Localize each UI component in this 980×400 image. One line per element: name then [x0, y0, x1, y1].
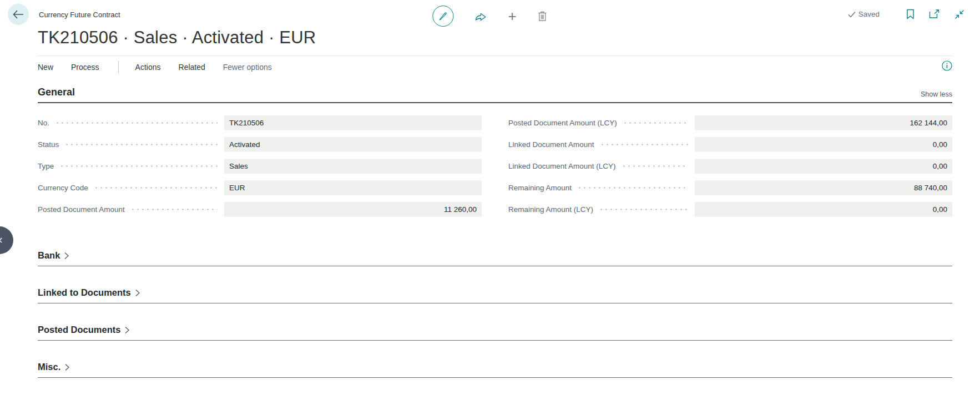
dotted-leader [623, 122, 688, 124]
action-bar: New Process Actions Related Fewer option… [38, 55, 952, 73]
general-header: General Show less [38, 87, 952, 103]
remaining-amount-lcy-field[interactable]: 0,00 [695, 202, 952, 217]
top-bar: Currency Future Contract + Saved [0, 0, 980, 27]
linked-document-amount-lcy-field[interactable]: 0,00 [695, 159, 952, 174]
share-button[interactable] [472, 8, 489, 24]
field-label: No. [38, 119, 49, 127]
right-column: Posted Document Amount (LCY) 162 144,00 … [508, 115, 952, 224]
collapsed-fasttabs: Bank Linked to Documents Posted Document… [38, 250, 952, 378]
fasttab-posted-documents[interactable]: Posted Documents [38, 325, 952, 341]
open-in-window-button[interactable] [927, 7, 942, 21]
dotted-leader [130, 209, 218, 210]
bookmark-icon [906, 9, 915, 19]
trash-icon [538, 11, 548, 22]
field-row-no: No. TK210506 [38, 115, 482, 130]
no-field[interactable]: TK210506 [224, 115, 482, 130]
back-button[interactable] [8, 4, 29, 25]
general-fields: No. TK210506 Status Activated Type Sales… [38, 115, 952, 224]
checkmark-icon [848, 11, 856, 18]
type-field[interactable]: Sales [224, 159, 482, 174]
dotted-leader [599, 209, 688, 210]
linked-document-amount-field[interactable]: 0,00 [695, 137, 952, 152]
field-row-linked-document-amount-lcy: Linked Document Amount (LCY) 0,00 [508, 159, 952, 174]
saved-label: Saved [858, 10, 880, 18]
fasttab-linked-to-documents[interactable]: Linked to Documents [38, 287, 952, 303]
edit-button[interactable] [430, 3, 456, 29]
menu-new[interactable]: New [38, 63, 53, 72]
chevron-right-icon [124, 326, 130, 334]
field-row-remaining-amount-lcy: Remaining Amount (LCY) 0,00 [508, 202, 952, 217]
fasttab-title: Misc. [38, 362, 60, 372]
share-icon [474, 11, 487, 22]
delete-button[interactable] [536, 8, 550, 24]
chevron-right-icon [135, 289, 140, 297]
posted-document-amount-field[interactable]: 11 260,00 [224, 202, 482, 217]
field-row-posted-document-amount: Posted Document Amount 11 260,00 [38, 202, 482, 217]
page-caption: Currency Future Contract [39, 11, 120, 19]
general-section-title[interactable]: General [38, 87, 75, 98]
dotted-leader [59, 165, 218, 167]
field-row-status: Status Activated [38, 137, 482, 152]
field-label: Posted Document Amount (LCY) [508, 119, 617, 127]
remaining-amount-field[interactable]: 88 740,00 [695, 180, 952, 195]
dotted-leader [55, 122, 218, 124]
record-toolbar: + [430, 3, 549, 29]
field-label: Linked Document Amount (LCY) [508, 162, 616, 170]
fasttab-misc[interactable]: Misc. [38, 362, 952, 378]
field-label: Remaining Amount (LCY) [508, 205, 593, 214]
menu-actions[interactable]: Actions [135, 63, 161, 72]
open-in-window-icon [929, 9, 940, 19]
new-button[interactable]: + [506, 7, 518, 26]
field-row-posted-document-amount-lcy: Posted Document Amount (LCY) 162 144,00 [508, 115, 952, 130]
info-icon [942, 60, 952, 71]
general-fasttab: General Show less No. TK210506 Status Ac… [38, 87, 952, 224]
collapse-icon [954, 9, 964, 19]
collapse-button[interactable] [952, 7, 967, 22]
bookmark-button[interactable] [904, 7, 917, 22]
field-label: Type [38, 162, 54, 170]
dotted-leader [64, 144, 218, 145]
field-label: Linked Document Amount [508, 140, 594, 149]
system-toolbar: Saved [848, 7, 967, 22]
menu-separator [118, 61, 119, 73]
edit-pencil-icon [432, 6, 453, 27]
left-column: No. TK210506 Status Activated Type Sales… [38, 115, 482, 224]
posted-document-amount-lcy-field[interactable]: 162 144,00 [695, 115, 952, 130]
save-status: Saved [848, 10, 880, 18]
back-arrow-icon [13, 10, 24, 19]
menu-process[interactable]: Process [71, 63, 99, 72]
field-row-linked-document-amount: Linked Document Amount 0,00 [508, 137, 952, 152]
show-less-link[interactable]: Show less [921, 90, 952, 98]
field-label: Currency Code [38, 184, 88, 192]
info-button[interactable] [942, 60, 952, 71]
field-row-type: Type Sales [38, 159, 482, 174]
dotted-leader [600, 144, 688, 145]
currency-code-field[interactable]: EUR [224, 180, 482, 195]
field-label: Posted Document Amount [38, 205, 125, 214]
field-label: Status [38, 140, 59, 149]
page-title: TK210506 · Sales · Activated · EUR [38, 28, 952, 48]
chevron-right-icon [64, 252, 69, 260]
plus-icon: + [508, 9, 516, 23]
fewer-options-toggle[interactable]: Fewer options [223, 63, 272, 72]
chevron-right-icon [64, 363, 70, 371]
field-label: Remaining Amount [508, 184, 572, 192]
fasttab-bank[interactable]: Bank [38, 250, 952, 266]
side-panel-handle-button[interactable]: ✕ [0, 226, 13, 254]
fasttab-title: Bank [38, 250, 60, 261]
fasttab-title: Posted Documents [38, 325, 120, 335]
field-row-currency-code: Currency Code EUR [38, 180, 482, 195]
status-field[interactable]: Activated [224, 137, 482, 152]
fasttab-title: Linked to Documents [38, 287, 131, 298]
dotted-leader [577, 187, 688, 189]
field-row-remaining-amount: Remaining Amount 88 740,00 [508, 180, 952, 195]
dotted-leader [94, 187, 218, 189]
dotted-leader [622, 165, 688, 167]
menu-related[interactable]: Related [179, 63, 205, 72]
